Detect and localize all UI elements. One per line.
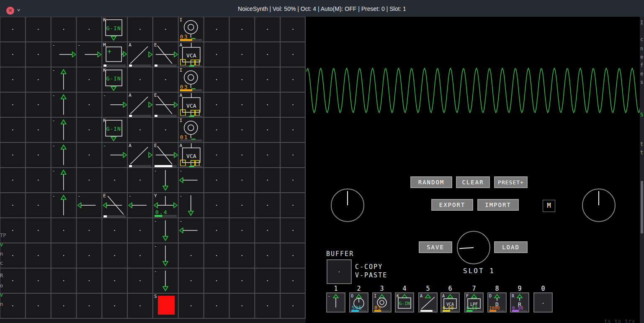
module-wire-down[interactable]: - xyxy=(154,218,168,240)
svg-text:1000: 1000 xyxy=(489,305,500,310)
module-ramp-up[interactable]: A xyxy=(129,93,152,117)
module-wire-left[interactable]: - xyxy=(129,193,147,208)
module-wire-down[interactable]: - xyxy=(154,243,168,266)
module-crossfade[interactable]: E xyxy=(103,193,126,217)
right-knob[interactable] xyxy=(582,189,616,222)
svg-text:S: S xyxy=(154,294,157,299)
palette-item-delay[interactable]: DD1000 xyxy=(487,292,507,313)
module-wire-up[interactable]: - xyxy=(52,118,66,140)
clear-button[interactable]: CLEAR xyxy=(456,176,490,188)
palette-item-gate-in[interactable]: KG-IN xyxy=(395,292,414,313)
right-knob-pointer xyxy=(598,191,599,205)
svg-text:R: R xyxy=(512,294,515,298)
palette-item-reverb[interactable]: RR0.50 xyxy=(510,292,529,313)
svg-text:-: - xyxy=(103,143,106,148)
palette-key-2: 2 xyxy=(349,285,368,292)
palette-item-oscillator[interactable]: O505 xyxy=(349,292,368,313)
buffer-box[interactable] xyxy=(327,259,352,284)
left-knob[interactable] xyxy=(331,189,364,222)
svg-text:03: 03 xyxy=(180,84,188,90)
svg-text:-: - xyxy=(180,168,183,173)
patch-grid[interactable]: KG-INI03--M+AEAVCA-KG-INI03--AEAVCA-KG-I… xyxy=(0,17,306,323)
svg-text:I: I xyxy=(180,17,183,23)
svg-text:G-IN: G-IN xyxy=(106,75,121,82)
m-toggle[interactable]: M xyxy=(543,200,555,212)
module-ramp-up[interactable]: A xyxy=(129,143,152,167)
module-gate-in[interactable]: KG-IN xyxy=(103,118,122,141)
module-wire-up[interactable]: - xyxy=(52,193,66,215)
svg-text:-: - xyxy=(78,42,81,48)
module-ramp-down[interactable]: E xyxy=(154,42,178,67)
svg-text:-: - xyxy=(154,269,157,274)
module-ramp-down[interactable]: E xyxy=(154,93,178,117)
svg-text:VCA: VCA xyxy=(186,153,196,159)
module-speaker[interactable]: I03 xyxy=(180,67,202,91)
svg-text:-: - xyxy=(154,218,157,224)
left-edge-fragment: R xyxy=(0,273,3,278)
palette-item-vca[interactable]: AVCA0.50 xyxy=(440,292,460,313)
palette-item-wire-up[interactable]: - xyxy=(326,292,345,313)
save-button[interactable]: SAVE xyxy=(419,241,452,253)
module-speaker[interactable]: I03 xyxy=(180,17,202,41)
module-wire-up[interactable]: - xyxy=(52,93,66,115)
module-wire-up[interactable]: - xyxy=(52,168,66,190)
left-edge-fragment: v xyxy=(0,292,3,297)
svg-text:03: 03 xyxy=(374,305,381,311)
svg-text:-: - xyxy=(52,168,55,173)
random-button[interactable]: RANDOM xyxy=(410,176,452,188)
module-wire-right[interactable]: - xyxy=(52,42,76,57)
export-button[interactable]: EXPORT xyxy=(431,199,473,211)
module-gate-in[interactable]: KG-IN xyxy=(103,67,122,90)
load-button[interactable]: LOAD xyxy=(494,241,528,253)
svg-text:A: A xyxy=(129,143,131,148)
svg-text:-: - xyxy=(52,118,55,123)
module-gate-in[interactable]: KG-IN xyxy=(103,17,122,40)
slot-knob[interactable] xyxy=(457,231,490,264)
svg-text:-: - xyxy=(52,93,55,98)
palette-item-speaker[interactable]: I03 xyxy=(372,292,392,313)
module-output[interactable]: S xyxy=(154,294,175,315)
svg-text:A: A xyxy=(129,93,131,98)
svg-text:A: A xyxy=(129,42,131,48)
right-edge-fragment: I xyxy=(640,20,643,25)
svg-text:G-IN: G-IN xyxy=(106,25,121,31)
module-wire-left[interactable]: - xyxy=(180,218,198,233)
module-wire-down[interactable]: - xyxy=(180,193,193,215)
module-ramp-down[interactable]: E xyxy=(154,143,178,167)
left-edge-fragment: c xyxy=(0,261,3,266)
module-vca[interactable]: AVCA xyxy=(180,93,202,117)
module-wire-up[interactable]: - xyxy=(52,143,66,165)
app-window: ✕ ⌄ NoiceSynth | Vol: 50% | Oct: 4 | Aut… xyxy=(0,0,644,323)
svg-text:E: E xyxy=(154,42,157,48)
svg-text:-: - xyxy=(154,243,157,249)
palette-item-empty[interactable] xyxy=(533,292,553,313)
svg-text:VCA: VCA xyxy=(186,103,196,109)
module-ramp-up[interactable]: A xyxy=(129,42,152,67)
import-button[interactable]: IMPORT xyxy=(477,199,519,211)
palette-item-ramp[interactable]: A xyxy=(418,292,438,313)
svg-text:M: M xyxy=(103,42,106,48)
module-splitter[interactable]: Y0.4 xyxy=(154,193,177,217)
svg-text:I: I xyxy=(374,294,376,298)
module-wire-down[interactable]: - xyxy=(154,168,168,190)
module-speaker[interactable]: I01 xyxy=(180,118,202,142)
module-mixer[interactable]: M+ xyxy=(103,42,126,67)
svg-text:-: - xyxy=(52,193,55,199)
module-wire-left[interactable]: - xyxy=(78,193,96,208)
module-wire-right[interactable]: - xyxy=(103,93,126,107)
module-vca[interactable]: AVCA xyxy=(180,42,202,67)
module-wire-left[interactable]: - xyxy=(180,168,198,183)
module-vca[interactable]: AVCA xyxy=(180,143,202,167)
window-title: NoiceSynth | Vol: 50% | Oct: 4 | Auto(M)… xyxy=(0,0,644,17)
svg-text:+: + xyxy=(108,48,111,55)
module-wire-down[interactable]: - xyxy=(154,269,168,291)
module-wire-right[interactable]: - xyxy=(78,42,101,57)
palette-item-lpf[interactable]: FLPF0.50 xyxy=(464,292,484,313)
preset-button[interactable]: PRESET+ xyxy=(494,176,528,188)
svg-text:Y: Y xyxy=(154,193,157,199)
module-wire-right[interactable]: - xyxy=(103,143,126,158)
right-edge-fragment: s xyxy=(640,80,643,85)
module-wire-up[interactable]: - xyxy=(52,67,66,90)
scrollbar-thumb[interactable] xyxy=(641,181,643,233)
right-edge-fragment: f xyxy=(640,63,643,68)
